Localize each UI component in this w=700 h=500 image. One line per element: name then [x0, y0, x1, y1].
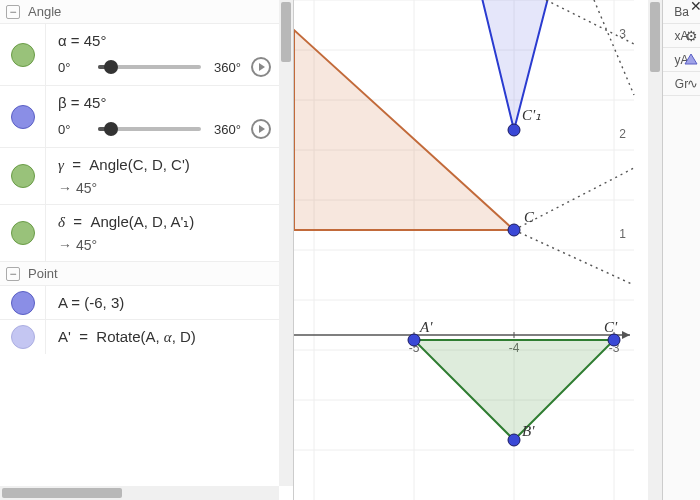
yaxis-button[interactable]: yA [663, 48, 700, 72]
row-beta[interactable]: β = 45° 0° 360° [0, 86, 279, 148]
label-C: C [524, 209, 535, 225]
triangle-icon [683, 51, 699, 70]
delta-formula: δ = Angle(A, D, A'₁) [58, 213, 271, 231]
curve-icon: ∿ [687, 76, 698, 91]
pointAp-formula: A' = Rotate(A, α, D) [58, 328, 271, 346]
section-point[interactable]: − Point [0, 262, 279, 286]
label-Cp1: C'₁ [522, 107, 541, 123]
point-Cp[interactable] [608, 334, 620, 346]
graphics-view[interactable]: -5 -4 -3 1 2 3 [294, 0, 662, 500]
section-angle[interactable]: − Angle [0, 0, 279, 24]
beta-formula: β = 45° [58, 94, 271, 111]
color-swatch[interactable] [11, 325, 35, 349]
row-delta[interactable]: δ = Angle(A, D, A'₁) → 45° [0, 205, 279, 262]
label-Cp: C' [604, 319, 618, 335]
row-point-a[interactable]: A = (-6, 3) [0, 286, 279, 320]
algebra-hscrollbar[interactable] [0, 486, 279, 500]
section-label: Point [28, 266, 58, 281]
graphics-vscrollbar[interactable] [648, 0, 662, 500]
slider-max: 360° [207, 60, 241, 75]
xaxis-button[interactable]: xA ⚙ [663, 24, 700, 48]
orange-triangle[interactable] [294, 30, 514, 230]
svg-marker-14 [622, 331, 630, 339]
point-Cp1[interactable] [508, 124, 520, 136]
color-swatch[interactable] [11, 291, 35, 315]
tick-label: 2 [619, 127, 626, 141]
algebra-vscrollbar[interactable] [279, 0, 293, 486]
grid-button[interactable]: Gr ∿ [663, 72, 700, 96]
point-C[interactable] [508, 224, 520, 236]
collapse-icon[interactable]: − [6, 267, 20, 281]
tick-label: 1 [619, 227, 626, 241]
delta-value: → 45° [58, 237, 271, 253]
gamma-formula: γ = Angle(C, D, C') [58, 156, 271, 174]
slider-min: 0° [58, 60, 92, 75]
color-swatch[interactable] [11, 221, 35, 245]
point-Bp[interactable] [508, 434, 520, 446]
row-gamma[interactable]: γ = Angle(C, D, C') → 45° [0, 148, 279, 205]
color-swatch[interactable] [11, 43, 35, 67]
label-Ap: A' [419, 319, 433, 335]
slider-max: 360° [207, 122, 241, 137]
green-triangle[interactable] [414, 340, 614, 440]
svg-line-18 [514, 230, 634, 285]
section-label: Angle [28, 4, 61, 19]
point-Ap[interactable] [408, 334, 420, 346]
close-icon[interactable]: ✕ [690, 0, 700, 14]
play-icon[interactable] [251, 57, 271, 77]
pointA-formula: A = (-6, 3) [58, 294, 271, 311]
label-Bp: B' [522, 423, 535, 439]
beta-slider[interactable] [98, 127, 201, 131]
play-icon[interactable] [251, 119, 271, 139]
collapse-icon[interactable]: − [6, 5, 20, 19]
alpha-formula: α = 45° [58, 32, 271, 49]
basic-button[interactable]: Ba ✕ [663, 0, 700, 24]
color-swatch[interactable] [11, 105, 35, 129]
gamma-value: → 45° [58, 180, 271, 196]
gear-icon[interactable]: ⚙ [685, 28, 698, 44]
color-swatch[interactable] [11, 164, 35, 188]
algebra-panel: − Angle α = 45° 0° 360° [0, 0, 294, 500]
row-alpha[interactable]: α = 45° 0° 360° [0, 24, 279, 86]
style-bar: Ba ✕ xA ⚙ yA Gr ∿ [662, 0, 700, 500]
row-point-aprime[interactable]: A' = Rotate(A, α, D) [0, 320, 279, 354]
svg-marker-22 [685, 54, 697, 64]
alpha-slider[interactable] [98, 65, 201, 69]
slider-min: 0° [58, 122, 92, 137]
tick-label: 3 [619, 27, 626, 41]
